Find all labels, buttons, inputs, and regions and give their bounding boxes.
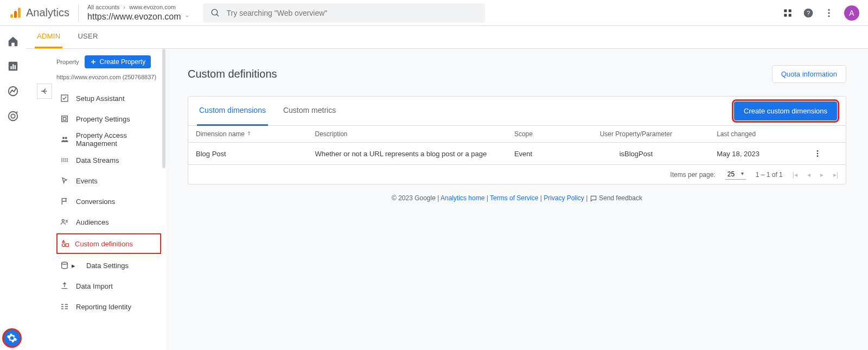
- svg-rect-4: [784, 9, 787, 12]
- search-bar[interactable]: [203, 3, 485, 23]
- svg-point-11: [828, 12, 829, 14]
- account-name: www.evozon.com: [129, 4, 176, 11]
- tab-admin[interactable]: ADMIN: [35, 26, 62, 26]
- property-line: https://www.evozon.com: [87, 11, 190, 22]
- account-path: All accounts www.evozon.com: [87, 4, 190, 11]
- svg-point-12: [828, 15, 829, 17]
- svg-point-3: [212, 9, 218, 15]
- svg-rect-0: [10, 14, 13, 18]
- account-path-prefix: All accounts: [87, 4, 119, 11]
- diamond-grid-icon[interactable]: [782, 8, 793, 18]
- analytics-logo-icon: [9, 7, 22, 20]
- chevron-right-icon: [122, 5, 127, 10]
- logo-block: Analytics: [9, 7, 69, 20]
- more-vert-icon[interactable]: [824, 8, 834, 18]
- property-name: https://www.evozon.com: [87, 11, 181, 22]
- svg-rect-5: [789, 9, 792, 12]
- help-icon[interactable]: ?: [803, 8, 814, 18]
- account-avatar[interactable]: A: [844, 5, 859, 21]
- chevron-down-icon: [184, 14, 190, 19]
- search-input[interactable]: [227, 9, 477, 17]
- account-selector[interactable]: All accounts www.evozon.com https://www.…: [87, 4, 190, 21]
- svg-point-10: [828, 9, 829, 10]
- svg-rect-1: [14, 11, 17, 18]
- divider: [78, 4, 79, 22]
- brand-text: Analytics: [26, 7, 69, 19]
- svg-rect-6: [784, 14, 787, 16]
- svg-rect-7: [789, 14, 792, 16]
- svg-text:?: ?: [807, 9, 810, 16]
- tab-user[interactable]: USER: [75, 26, 100, 26]
- header-actions: ? A: [782, 5, 859, 21]
- app-header: Analytics All accounts www.evozon.com ht…: [0, 0, 868, 26]
- svg-rect-2: [18, 8, 21, 18]
- search-icon: [210, 8, 220, 18]
